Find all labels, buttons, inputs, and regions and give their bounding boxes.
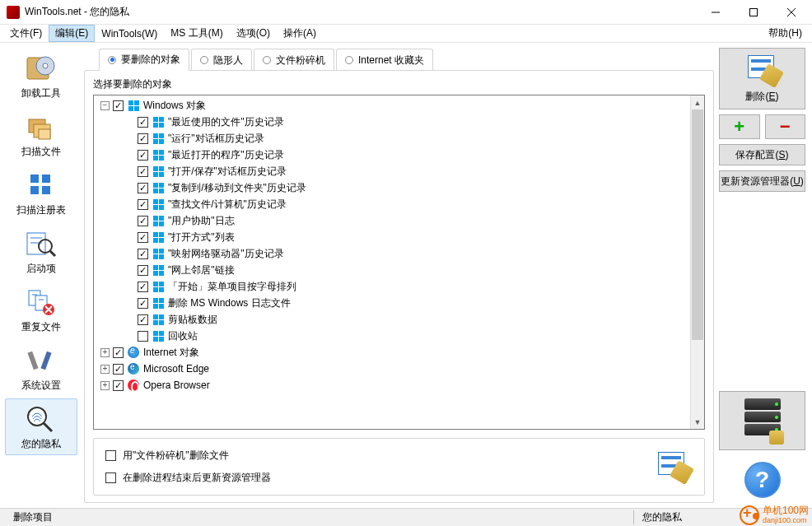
menu-mstools[interactable]: MS 工具(M) xyxy=(164,25,229,42)
menu-wintools[interactable]: WinTools(W) xyxy=(95,25,164,42)
sidebar-item-startup[interactable]: 启动项 xyxy=(5,223,77,280)
tree-node-child[interactable]: 「开始」菜单项目按字母排列 xyxy=(97,278,687,295)
help-button[interactable]: ? xyxy=(719,455,805,503)
sidebar-item-dupfiles[interactable]: 重复文件 xyxy=(5,282,77,338)
remove-button[interactable]: − xyxy=(765,114,806,139)
svg-line-18 xyxy=(50,251,55,256)
delete-button[interactable]: 删除(E) xyxy=(719,48,805,109)
expand-expander-icon[interactable]: + xyxy=(100,348,110,357)
tree-node-label: 删除 MS Windows 日志文件 xyxy=(168,296,291,310)
checkbox[interactable] xyxy=(138,199,148,210)
tree-node-label: "打开方式"列表 xyxy=(168,230,235,244)
svg-rect-11 xyxy=(42,175,50,183)
tree-node-child[interactable]: 剪贴板数据 xyxy=(97,311,687,328)
sidebar-item-label: 重复文件 xyxy=(21,320,61,334)
scroll-thumb[interactable] xyxy=(692,109,703,340)
sidebar-item-scanreg[interactable]: 扫描注册表 xyxy=(5,165,77,221)
option-use-shredder[interactable]: 用"文件粉碎机"删除文件 xyxy=(105,449,271,463)
sidebar-item-uninstall[interactable]: 卸载工具 xyxy=(5,48,77,105)
collapse-expander-icon[interactable]: − xyxy=(100,101,110,110)
scroll-down-icon[interactable]: ▼ xyxy=(691,415,704,429)
tree-node-child[interactable]: "网上邻居"链接 xyxy=(97,262,687,278)
checkbox[interactable] xyxy=(113,364,124,375)
watermark-line1: 单机100网 xyxy=(763,505,809,516)
tree-node-child[interactable]: "查找文件/计算机"历史记录 xyxy=(97,196,687,212)
add-button[interactable]: + xyxy=(719,114,760,139)
windows-icon xyxy=(152,214,165,227)
scroll-up-icon[interactable]: ▲ xyxy=(691,95,704,109)
checkbox[interactable] xyxy=(138,249,148,259)
tree-node-child[interactable]: "映射网络驱动器"历史记录 xyxy=(97,245,687,262)
checkbox[interactable] xyxy=(138,133,148,144)
expand-expander-icon[interactable]: + xyxy=(100,381,110,390)
checkbox[interactable] xyxy=(138,298,148,309)
checkbox[interactable] xyxy=(138,232,148,243)
menu-edit[interactable]: 编辑(E) xyxy=(49,25,95,42)
tree-node-child[interactable]: "打开方式"列表 xyxy=(97,229,687,245)
checkbox[interactable] xyxy=(138,314,148,325)
tree-node-child[interactable]: 回收站 xyxy=(97,328,687,344)
sidebar-item-syssettings[interactable]: 系统设置 xyxy=(5,340,77,397)
option-refresh-explorer[interactable]: 在删除进程结束后更新资源管理器 xyxy=(105,471,271,485)
privacy-delete-icon xyxy=(744,55,781,85)
checkbox[interactable] xyxy=(138,216,148,226)
minimize-button[interactable] xyxy=(697,0,735,25)
tree-node-child[interactable]: 删除 MS Windows 日志文件 xyxy=(97,295,687,311)
checkbox[interactable] xyxy=(113,347,124,358)
edge-icon xyxy=(127,362,140,375)
expand-expander-icon[interactable]: + xyxy=(100,365,110,374)
help-icon: ? xyxy=(744,462,781,498)
tab-invisible-man[interactable]: 隐形人 xyxy=(191,49,252,71)
tree-node-internet[interactable]: + Internet 对象 xyxy=(97,344,687,361)
tabstrip: 要删除的对象 隐形人 文件粉碎机 Internet 收藏夹 xyxy=(84,48,714,70)
scan-registry-icon xyxy=(25,170,58,200)
tree-node-child[interactable]: "用户协助"日志 xyxy=(97,212,687,229)
menu-help[interactable]: 帮助(H) xyxy=(762,25,809,42)
refresh-explorer-button[interactable]: 更新资源管理器(U) xyxy=(719,170,805,192)
checkbox[interactable] xyxy=(138,331,148,342)
menu-file[interactable]: 文件(F) xyxy=(3,25,49,42)
tree-node-child[interactable]: "复制到/移动到文件夹"历史记录 xyxy=(97,179,687,196)
checkbox[interactable] xyxy=(138,166,148,177)
tree-node-label: "最近使用的文件"历史记录 xyxy=(168,115,284,129)
tree-node-label: Internet 对象 xyxy=(143,346,199,360)
tree-node-child[interactable]: "打开/保存"对话框历史记录 xyxy=(97,163,687,179)
titlebar: WinTools.net - 您的隐私 xyxy=(0,0,812,25)
menu-actions[interactable]: 操作(A) xyxy=(277,25,323,42)
scrollbar[interactable]: ▲ ▼ xyxy=(690,95,704,429)
checkbox[interactable] xyxy=(105,450,116,461)
checkbox[interactable] xyxy=(105,472,116,483)
tab-file-shredder[interactable]: 文件粉碎机 xyxy=(254,49,334,71)
checkbox[interactable] xyxy=(113,100,124,111)
tree-node-child[interactable]: "最近使用的文件"历史记录 xyxy=(97,114,687,130)
checkbox[interactable] xyxy=(138,117,148,128)
tab-label: 要删除的对象 xyxy=(121,53,180,67)
save-config-button[interactable]: 保存配置(S) xyxy=(719,144,805,165)
menu-options[interactable]: 选项(O) xyxy=(230,25,277,42)
tree-node-label: "用户协助"日志 xyxy=(168,214,235,228)
tree-node-opera[interactable]: + Opera Browser xyxy=(97,377,687,393)
server-button[interactable] xyxy=(719,391,805,450)
tree-node-label: 剪贴板数据 xyxy=(168,313,217,327)
statusbar: 删除项目 您的隐私 xyxy=(0,508,812,526)
sidebar-item-label: 系统设置 xyxy=(21,379,61,393)
maximize-button[interactable] xyxy=(735,0,772,25)
tree-node-label: 回收站 xyxy=(168,329,198,343)
tab-ie-favorites[interactable]: Internet 收藏夹 xyxy=(336,49,433,71)
close-button[interactable] xyxy=(772,0,810,25)
sidebar-item-scanfiles[interactable]: 扫描文件 xyxy=(5,106,77,163)
checkbox[interactable] xyxy=(138,150,148,161)
tree-node-edge[interactable]: + Microsoft Edge xyxy=(97,361,687,377)
checkbox[interactable] xyxy=(138,282,148,292)
checkbox[interactable] xyxy=(138,265,148,276)
checkbox[interactable] xyxy=(138,183,148,193)
sidebar-item-privacy[interactable]: 您的隐私 xyxy=(5,398,77,455)
tree-node-root[interactable]: − Windows 对象 xyxy=(97,97,687,114)
checkbox[interactable] xyxy=(113,380,124,391)
svg-point-6 xyxy=(43,63,48,68)
tree-node-child[interactable]: "最近打开的程序"历史记录 xyxy=(97,147,687,163)
tree-node-child[interactable]: "运行"对话框历史记录 xyxy=(97,130,687,147)
tab-objects-to-delete[interactable]: 要删除的对象 xyxy=(99,49,189,71)
object-tree[interactable]: − Windows 对象 "最近使用的文件"历史记录"运行"对话框历史记录"最近… xyxy=(94,95,690,429)
scan-files-icon xyxy=(25,112,58,142)
